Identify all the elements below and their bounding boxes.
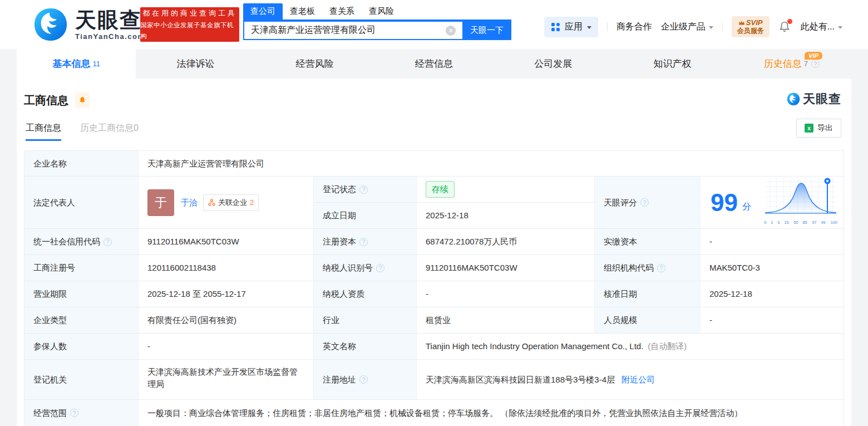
- legal-rep-cell: 于 于洽 关联企业 2: [139, 177, 314, 229]
- nav-enterprise-products[interactable]: 企业级产品: [661, 21, 713, 33]
- company-type-value: 有限责任公司(国有独资): [139, 307, 314, 334]
- tianyancha-swirl-icon: [31, 7, 71, 42]
- help-icon[interactable]: [103, 238, 112, 246]
- english-name-value: Tianjin High tech Industry Operation Man…: [417, 334, 844, 360]
- caret-down-icon: [838, 26, 842, 29]
- company-name-value: 天津高新产业运营管理有限公司: [139, 151, 844, 177]
- credit-code-value: 91120116MAK50TC03W: [139, 229, 314, 255]
- header-right-nav: 应用 商务合作 企业级产品 SVIP 会员服务: [544, 16, 842, 38]
- reg-status-label: 登记状态: [314, 177, 417, 203]
- legal-rep-label: 法定代表人: [24, 177, 139, 229]
- help-icon[interactable]: [70, 409, 78, 417]
- notification-dot: [787, 19, 792, 24]
- top-header: 天眼查 TianYanCha.com 都在用的商业查询工具 国家中小企业发展子基…: [0, 0, 868, 49]
- reg-capital-label: 注册资本: [314, 229, 417, 255]
- score-distribution-chart: 0131550859799100: [762, 177, 839, 229]
- export-button[interactable]: 导出: [796, 119, 841, 138]
- est-date-label: 成立日期: [314, 203, 417, 229]
- tianyancha-swirl-icon: [786, 92, 801, 106]
- vip-badge: VIP: [805, 52, 822, 60]
- paid-capital-label: 实缴资本: [595, 229, 701, 255]
- help-icon[interactable]: [359, 238, 368, 246]
- taxpayer-quality-label: 纳税人资质: [314, 281, 417, 307]
- taxpayer-id-label: 纳税人识别号: [314, 255, 417, 281]
- tab-company-development[interactable]: 公司发展: [494, 49, 613, 79]
- legal-rep-avatar[interactable]: 于: [147, 189, 174, 216]
- approval-date-value: 2025-12-18: [701, 281, 844, 307]
- network-icon: [208, 199, 215, 206]
- crown-icon: [738, 20, 745, 26]
- reg-authority-label: 登记机关: [24, 360, 139, 400]
- subtab-history-business-info[interactable]: 历史工商信息0: [80, 123, 139, 141]
- search-input[interactable]: [243, 21, 462, 40]
- search-tab-company[interactable]: 查公司: [243, 3, 283, 19]
- help-icon[interactable]: [657, 264, 665, 272]
- excel-icon: [805, 124, 813, 133]
- help-icon[interactable]: [359, 185, 368, 194]
- reg-address-label: 注册地址: [314, 360, 417, 400]
- reg-number-value: 120116002118438: [139, 255, 314, 281]
- legal-rep-name-link[interactable]: 于洽: [181, 197, 198, 209]
- search-tab-boss[interactable]: 查老板: [283, 3, 322, 19]
- paid-capital-value: -: [701, 229, 844, 255]
- tab-legal-proceedings[interactable]: 法律诉讼: [136, 49, 255, 79]
- clear-search-icon[interactable]: [446, 26, 456, 36]
- english-name-label: 英文名称: [314, 334, 417, 360]
- status-badge: 存续: [426, 181, 455, 198]
- business-info-card: 工商信息 天眼查 工商信息 历史工商信息0 导出 企业名称 天津高新产业运营管理…: [17, 79, 851, 426]
- org-code-label: 组织机构代码: [595, 255, 701, 281]
- related-companies-badge[interactable]: 关联企业 2: [203, 194, 259, 211]
- approval-date-label: 核准日期: [595, 281, 701, 307]
- svip-membership-button[interactable]: SVIP 会员服务: [732, 16, 770, 37]
- business-scope-value: 一般项目：商业综合体管理服务；住房租赁；非居住房地产租赁；机械设备租赁；停车场服…: [139, 400, 844, 426]
- tab-operation-risk[interactable]: 经营风险: [255, 49, 374, 79]
- est-date-value: 2025-12-18: [417, 203, 595, 229]
- caret-down-icon: [587, 26, 591, 29]
- divider: [722, 22, 723, 31]
- reg-number-label: 工商注册号: [24, 255, 139, 281]
- apps-label: 应用: [565, 21, 583, 33]
- help-icon[interactable]: [359, 375, 368, 384]
- apps-menu-button[interactable]: 应用: [544, 17, 598, 37]
- help-icon[interactable]: [640, 198, 649, 207]
- subtabs: 工商信息 历史工商信息0: [24, 123, 844, 141]
- notification-bell-icon[interactable]: [778, 20, 792, 33]
- auto-translate-note: (自动翻译): [648, 340, 687, 352]
- search-button[interactable]: 天眼一下: [462, 21, 511, 40]
- taxpayer-quality-value: -: [417, 281, 595, 307]
- tianyancha-logo[interactable]: 天眼查 TianYanCha.com: [31, 7, 145, 42]
- credit-code-label: 统一社会信用代码: [24, 229, 139, 255]
- insured-value: -: [139, 334, 314, 360]
- reg-authority-value: 天津滨海高新技术产业开发区市场监督管理局: [139, 360, 314, 400]
- search-area: 查公司 查老板 查关系 查风险 天眼一下: [243, 3, 511, 40]
- company-page-tabs: 基本信息 11 法律诉讼 经营风险 经营信息 公司发展 知识产权 VIP 历史信…: [0, 49, 868, 79]
- reg-capital-value: 687472.210078万人民币: [417, 229, 595, 255]
- nearby-companies-link[interactable]: 附近公司: [622, 374, 655, 386]
- score-bell-curve: [762, 177, 839, 217]
- industry-label: 行业: [314, 307, 417, 334]
- reg-address-value: 天津滨海高新区滨海科技园日新道188号3号楼3-4层 附近公司: [417, 360, 844, 400]
- section-title: 工商信息: [24, 93, 68, 108]
- company-type-label: 企业类型: [24, 307, 139, 334]
- business-registration-table: 企业名称 天津高新产业运营管理有限公司 法定代表人 于 于洽 关联企业 2 登记…: [24, 150, 844, 426]
- help-icon[interactable]: [811, 60, 820, 68]
- user-account-menu[interactable]: 此处有...: [801, 21, 842, 33]
- score-chart-ticks: 0131550859799100: [764, 217, 837, 229]
- tab-history-info[interactable]: VIP 历史信息 7: [732, 49, 851, 79]
- tyc-score-cell: 99 分: [701, 177, 844, 229]
- help-icon[interactable]: [376, 264, 384, 272]
- tab-intellectual-property[interactable]: 知识产权: [613, 49, 732, 79]
- search-tab-relation[interactable]: 查关系: [322, 3, 362, 19]
- search-tab-risk[interactable]: 查风险: [362, 3, 401, 19]
- monitor-bell-icon[interactable]: [75, 92, 90, 108]
- watermark-logo: 天眼查: [786, 91, 841, 107]
- apps-grid-icon: [551, 22, 560, 32]
- tab-operation-info[interactable]: 经营信息: [374, 49, 494, 79]
- nav-business-cooperation[interactable]: 商务合作: [617, 21, 652, 33]
- tab-basic-info[interactable]: 基本信息 11: [17, 49, 136, 79]
- business-term-label: 营业期限: [24, 281, 139, 307]
- staff-size-value: -: [701, 307, 844, 334]
- business-term-value: 2025-12-18 至 2055-12-17: [139, 281, 314, 307]
- industry-value: 租赁业: [417, 307, 595, 334]
- subtab-business-info[interactable]: 工商信息: [26, 123, 61, 141]
